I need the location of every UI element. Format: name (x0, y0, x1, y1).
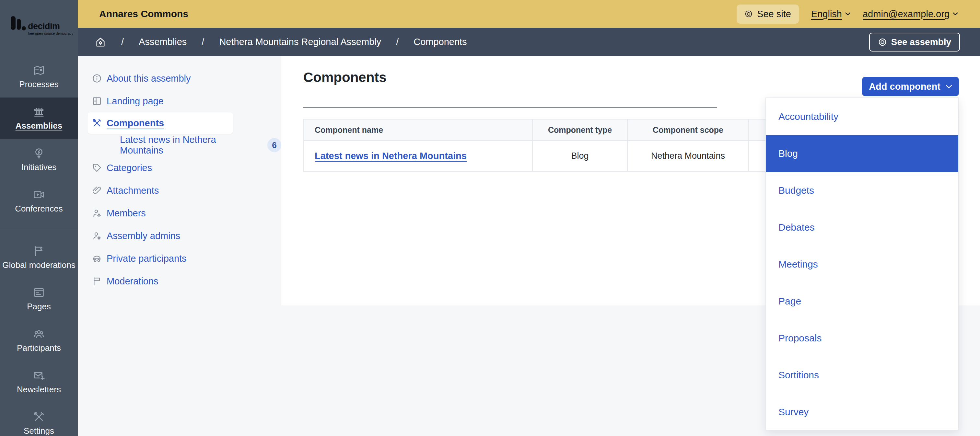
flag-icon (33, 245, 45, 257)
sidebar-item-label: Initiatives (21, 162, 56, 172)
logo-dot-icon (22, 26, 26, 30)
topbar-actions: See site English admin@example.org (737, 5, 958, 24)
organization-title: Annares Commons (99, 8, 188, 19)
logo-wordmark: decidim (28, 21, 60, 32)
layout-grid-icon (92, 96, 102, 106)
logo-tagline: free open-source democracy (28, 32, 73, 35)
user-settings-icon (92, 208, 102, 218)
assembly-nav-sublabel: Latest news in Nethera Mountains (120, 135, 259, 156)
dropdown-item-sortitions[interactable]: Sortitions (766, 357, 958, 393)
sidebar-item-label: Assemblies (16, 121, 62, 131)
component-scope-cell: Nethera Mountains (628, 141, 749, 171)
flag-icon (92, 276, 102, 286)
dropdown-item-proposals[interactable]: Proposals (766, 320, 958, 357)
sidebar-item-conferences[interactable]: Conferences (0, 181, 78, 222)
chevron-down-icon (953, 12, 958, 16)
sidebar-nav: Processes Assemblies Initiatives Confere… (0, 56, 78, 436)
dropdown-item-survey[interactable]: Survey (766, 393, 958, 431)
video-camera-icon (33, 189, 45, 201)
assembly-nav-label: Categories (107, 163, 152, 173)
dropdown-item-meetings[interactable]: Meetings (766, 246, 958, 283)
assembly-nav-subitem-latest-news[interactable]: Latest news in Nethera Mountains 6 (78, 134, 281, 157)
language-label: English (811, 9, 842, 19)
sidebar-item-initiatives[interactable]: Initiatives (0, 139, 78, 181)
page-layout-icon (33, 286, 45, 299)
assembly-nav-item-attachments[interactable]: Attachments (78, 179, 281, 202)
home-icon[interactable] (95, 36, 106, 48)
assembly-nav-label: About this assembly (107, 73, 191, 84)
assembly-nav-label: Components (107, 118, 164, 128)
map-icon (33, 64, 45, 76)
breadcrumb-item-assemblies[interactable]: Assemblies (139, 36, 187, 47)
decidim-logo[interactable]: decidim free open-source democracy (11, 16, 72, 36)
breadcrumb-separator: / (202, 36, 204, 47)
column-header-component-name: Component name (304, 119, 533, 140)
assembly-nav-item-about[interactable]: About this assembly (78, 67, 281, 90)
page-title: Components (303, 70, 387, 85)
assembly-nav-label: Moderations (107, 276, 159, 287)
sidebar-item-processes[interactable]: Processes (0, 56, 78, 97)
see-site-label: See site (757, 9, 791, 19)
see-assembly-button[interactable]: See assembly (869, 33, 960, 51)
account-menu[interactable]: admin@example.org (863, 9, 958, 19)
assembly-nav-label: Attachments (107, 185, 159, 196)
logo-bar-icon (11, 16, 16, 30)
sidebar-item-label: Processes (19, 79, 58, 89)
sidebar-item-newsletters[interactable]: Newsletters (0, 361, 78, 403)
component-type-cell: Blog (533, 141, 628, 171)
assembly-nav-item-moderations[interactable]: Moderations (78, 270, 281, 292)
people-icon (33, 328, 45, 340)
add-component-label: Add component (869, 81, 940, 92)
price-tag-icon (92, 163, 102, 173)
logo-bar-icon (17, 19, 21, 30)
see-assembly-label: See assembly (891, 37, 951, 47)
see-site-button[interactable]: See site (737, 5, 799, 24)
language-menu[interactable]: English (811, 9, 850, 19)
sidebar-item-label: Pages (27, 301, 51, 312)
breadcrumb-item-assembly-name[interactable]: Nethera Mountains Regional Assembly (219, 36, 381, 47)
heading-divider (303, 107, 717, 108)
tools-icon (33, 411, 45, 423)
assembly-nav-item-assembly-admins[interactable]: Assembly admins (78, 225, 281, 247)
tools-icon (92, 118, 102, 128)
sidebar-item-label: Settings (24, 426, 54, 436)
component-count-badge: 6 (267, 138, 281, 152)
dropdown-item-blog[interactable]: Blog (766, 135, 958, 172)
assembly-nav-item-members[interactable]: Members (78, 202, 281, 225)
assembly-nav-item-components[interactable]: Components (88, 113, 233, 134)
assembly-nav-item-private-participants[interactable]: Private participants (78, 247, 281, 270)
rings-icon (745, 10, 753, 18)
assembly-nav-label: Members (107, 208, 146, 219)
assembly-nav-label: Assembly admins (107, 231, 180, 241)
breadcrumb-separator: / (396, 36, 399, 47)
breadcrumb-item-components[interactable]: Components (414, 36, 467, 47)
dropdown-item-accountability[interactable]: Accountability (766, 98, 958, 135)
breadcrumb: / Assemblies / Nethera Mountains Regiona… (78, 28, 980, 56)
column-header-component-type: Component type (533, 119, 628, 140)
sidebar-item-label: Participants (17, 343, 61, 353)
add-component-button[interactable]: Add component (862, 77, 959, 96)
sidebar-item-pages[interactable]: Pages (0, 278, 78, 320)
assembly-nav-item-landing-page[interactable]: Landing page (78, 90, 281, 113)
assembly-nav-label: Landing page (107, 96, 164, 106)
dropdown-item-budgets[interactable]: Budgets (766, 172, 958, 209)
sidebar-item-label: Conferences (15, 204, 62, 214)
component-link[interactable]: Latest news in Nethera Mountains (315, 151, 467, 161)
assembly-nav-item-categories[interactable]: Categories (78, 157, 281, 179)
sidebar-item-participants[interactable]: Participants (0, 320, 78, 361)
sidebar-divider (0, 230, 78, 230)
component-name-cell: Latest news in Nethera Mountains (304, 141, 533, 171)
dropdown-item-page[interactable]: Page (766, 283, 958, 320)
sidebar-item-assemblies[interactable]: Assemblies (0, 97, 78, 139)
column-header-component-scope: Component scope (628, 119, 749, 140)
dropdown-item-debates[interactable]: Debates (766, 209, 958, 246)
topbar: Annares Commons See site English admin@e… (78, 0, 980, 28)
rings-icon (878, 38, 887, 47)
sidebar-item-global-moderations[interactable]: Global moderations (0, 237, 78, 278)
decidim-admin-app: decidim free open-source democracy Proce… (0, 0, 980, 436)
assembly-nav: About this assembly Landing page Compone… (78, 56, 281, 292)
chevron-down-icon (845, 12, 850, 16)
sidebar-item-settings[interactable]: Settings (0, 403, 78, 436)
mail-add-icon (33, 369, 45, 382)
private-group-icon (92, 253, 102, 264)
